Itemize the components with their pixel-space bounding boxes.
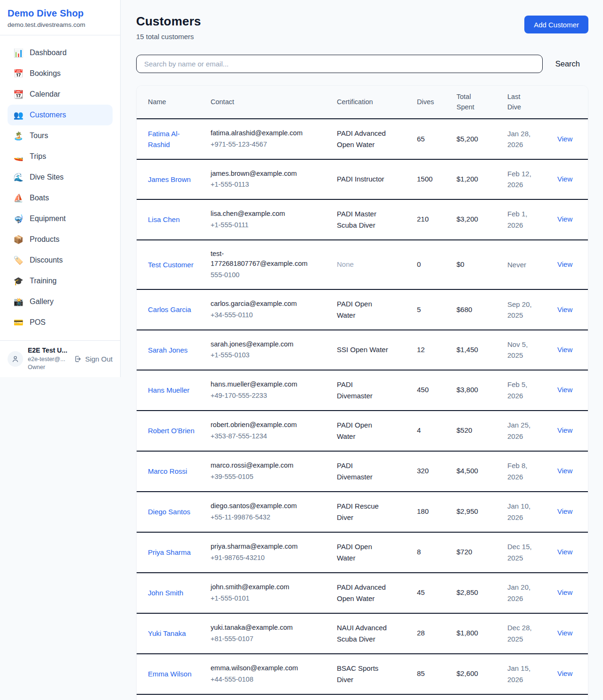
sidebar-item-customers[interactable]: 👥Customers: [8, 105, 113, 125]
customer-name-link[interactable]: Diego Santos: [148, 506, 190, 517]
customer-name-link[interactable]: Carlos Garcia: [148, 304, 191, 315]
certification-cell: PADI Open Water: [331, 289, 411, 330]
customer-name-link[interactable]: Marco Rossi: [148, 466, 187, 477]
sign-out-button[interactable]: Sign Out: [74, 355, 114, 363]
training-icon: 🎓: [13, 277, 24, 285]
certification-cell: PADI Divemaster: [331, 451, 411, 492]
last-dive-cell: Sep 20, 2025: [502, 289, 552, 330]
customer-name-link[interactable]: Robert O'Brien: [148, 425, 195, 436]
view-customer-link[interactable]: View: [557, 260, 572, 268]
customer-name-link[interactable]: Fatima Al-Rashid: [148, 128, 199, 150]
view-customer-link[interactable]: View: [557, 175, 572, 183]
sidebar-item-products[interactable]: 📦Products: [8, 229, 113, 250]
last-dive-cell: Feb 8, 2026: [502, 451, 552, 492]
sidebar-item-boats[interactable]: ⛵Boats: [8, 188, 113, 208]
view-customer-link[interactable]: View: [557, 669, 572, 677]
sidebar-item-training[interactable]: 🎓Training: [8, 271, 113, 291]
actions-cell: View: [552, 159, 588, 199]
last-dive-cell: Jan 25, 2026: [502, 411, 552, 451]
total-spent-cell: $2,850: [451, 573, 502, 613]
view-customer-link[interactable]: View: [557, 548, 572, 556]
sidebar-item-discounts[interactable]: 🏷️Discounts: [8, 250, 113, 271]
table-row: Yuki Tanakayuki.tanaka@example.com+81-55…: [137, 613, 588, 654]
contact-cell: james.brown@example.com+1-555-0113: [205, 159, 331, 199]
search-button[interactable]: Search: [555, 59, 580, 68]
total-spent-value: $3,800: [456, 386, 478, 394]
customer-name-link[interactable]: Priya Sharma: [148, 547, 191, 558]
customer-count: 15 total customers: [136, 33, 201, 41]
customer-name-link[interactable]: John Smith: [148, 587, 183, 598]
sidebar-item-dive-sites[interactable]: 🌊Dive Sites: [8, 167, 113, 188]
view-customer-link[interactable]: View: [557, 507, 572, 515]
last-dive-value: Feb 8, 2026: [507, 460, 536, 482]
total-spent-cell: $680: [451, 289, 502, 330]
view-customer-link[interactable]: View: [557, 386, 572, 394]
customer-name-link[interactable]: Lisa Chen: [148, 214, 180, 225]
sidebar-item-bookings[interactable]: 📅Bookings: [8, 63, 113, 84]
sidebar-item-equipment[interactable]: 🤿Equipment: [8, 208, 113, 229]
sidebar-item-label: Customers: [30, 111, 66, 119]
view-customer-link[interactable]: View: [557, 215, 572, 223]
view-customer-link[interactable]: View: [557, 135, 572, 143]
dives-value: 45: [417, 588, 425, 596]
customer-name-link[interactable]: Emma Wilson: [148, 668, 192, 679]
certification-value: PADI Advanced Open Water: [337, 582, 390, 604]
certification-cell: PADI Open Water: [331, 532, 411, 573]
customer-name-link[interactable]: Sarah Jones: [148, 345, 187, 355]
certification-cell: SSI Open Water: [331, 330, 411, 370]
sidebar-item-gallery[interactable]: 📸Gallery: [8, 291, 113, 312]
view-customer-link[interactable]: View: [557, 467, 572, 475]
table-row: Hans Muellerhans.mueller@example.com+49-…: [137, 370, 588, 411]
view-customer-link[interactable]: View: [557, 629, 572, 637]
total-spent-value: $520: [456, 426, 472, 434]
contact-cell: diego.santos@example.com+55-11-99876-543…: [205, 492, 331, 532]
certification-value: BSAC Sports Diver: [337, 663, 390, 685]
dives-value: 1500: [417, 175, 432, 183]
contact-cell: yuki.tanaka@example.com+81-555-0107: [205, 613, 331, 654]
customer-name-link[interactable]: Test Customer: [148, 259, 194, 270]
total-spent-value: $3,200: [456, 215, 478, 223]
search-input[interactable]: [136, 55, 543, 73]
total-spent-value: $2,850: [456, 588, 478, 596]
sidebar-item-label: Gallery: [30, 297, 54, 306]
view-customer-link[interactable]: View: [557, 588, 572, 596]
total-spent-cell: $2,600: [451, 654, 502, 694]
equipment-icon: 🤿: [13, 215, 24, 223]
actions-cell: View: [552, 694, 588, 700]
sidebar-item-calendar[interactable]: 📆Calendar: [8, 84, 113, 105]
last-dive-value: Sep 20, 2025: [507, 299, 536, 321]
total-spent-value: $1,450: [456, 346, 478, 354]
add-customer-button[interactable]: Add Customer: [524, 16, 588, 33]
view-customer-link[interactable]: View: [557, 346, 572, 354]
customer-email: sarah.jones@example.com: [211, 339, 313, 350]
sidebar-item-tours[interactable]: 🏝️Tours: [8, 125, 113, 146]
contact-cell: priya.sharma@example.com+91-98765-43210: [205, 532, 331, 573]
certification-cell: PADI Divemaster: [331, 370, 411, 411]
calendar-icon: 📆: [13, 91, 24, 99]
customer-phone: +39-555-0105: [211, 472, 326, 482]
customer-name-link[interactable]: Yuki Tanaka: [148, 628, 186, 639]
total-spent-cell: $1,450: [451, 330, 502, 370]
customer-name-link[interactable]: Hans Mueller: [148, 385, 189, 395]
customer-phone: +91-98765-43210: [211, 553, 326, 563]
tours-icon: 🏝️: [13, 132, 24, 140]
dives-value: 450: [417, 386, 429, 394]
last-dive-cell: Dec 28, 2025: [502, 613, 552, 654]
name-cell: Hans Mueller: [137, 370, 205, 411]
customer-name-link[interactable]: James Brown: [148, 174, 191, 185]
sidebar-item-label: Equipment: [30, 214, 66, 223]
dives-cell: 85: [411, 654, 451, 694]
certification-cell: PADI Advanced Open Water: [331, 119, 411, 159]
certification-value: PADI Open Water: [337, 420, 390, 442]
user-icon: [11, 355, 19, 363]
view-customer-link[interactable]: View: [557, 305, 572, 313]
sidebar-item-trips[interactable]: 🚤Trips: [8, 146, 113, 167]
dives-value: 320: [417, 467, 429, 475]
sidebar-item-pos[interactable]: 💳POS: [8, 312, 113, 333]
certification-cell: PADI Advanced Open Water: [331, 573, 411, 613]
view-customer-link[interactable]: View: [557, 426, 572, 434]
sidebar-item-dashboard[interactable]: 📊Dashboard: [8, 42, 113, 63]
certification-value: PADI Divemaster: [337, 460, 390, 483]
actions-cell: View: [552, 199, 588, 240]
table-row: John Smithjohn.smith@example.com+1-555-0…: [137, 573, 588, 613]
